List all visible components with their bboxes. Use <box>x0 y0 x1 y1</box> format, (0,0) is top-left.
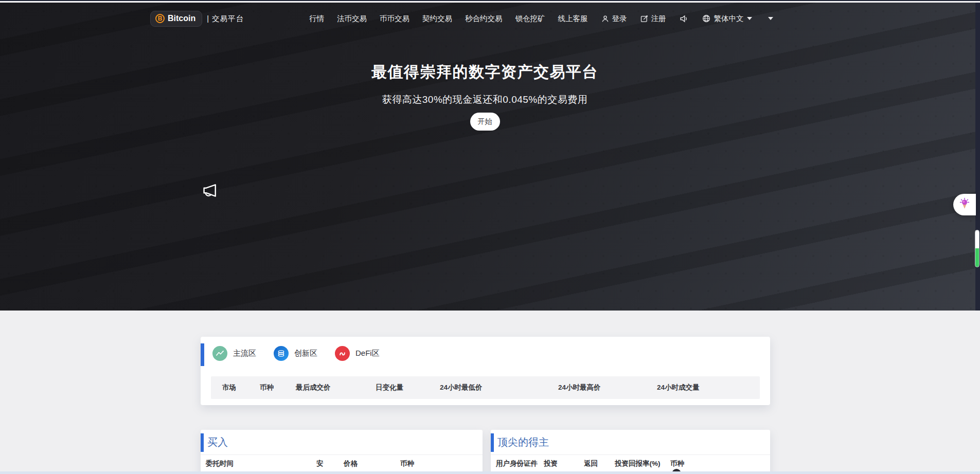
help-floating-tab[interactable] <box>953 194 976 215</box>
coins-icon <box>274 346 289 361</box>
top-navbar: B Bitcoin | 交易平台 行情 法币交易 币币交易 契约交易 秒合约交易… <box>0 3 980 34</box>
tab-mainstream[interactable]: 主流区 <box>212 346 256 361</box>
col-24h-low: 24小时最低价 <box>440 383 558 392</box>
person-icon <box>601 14 610 23</box>
hero-section: B Bitcoin | 交易平台 行情 法币交易 币币交易 契约交易 秒合约交易… <box>0 3 980 311</box>
announcement-sound-button[interactable] <box>679 14 689 24</box>
col-coin: 币种 <box>670 459 770 468</box>
col-24h-volume: 24小时成交量 <box>657 383 760 392</box>
lamp-idea-icon <box>959 197 970 212</box>
col-return: 返回 <box>584 459 615 468</box>
col-amount: 安 <box>316 459 344 468</box>
hero-title: 最值得崇拜的数字资产交易平台 <box>0 63 970 81</box>
brand-name: Bitcoin <box>168 14 195 23</box>
winners-accent-bar <box>491 433 494 452</box>
hero-subtitle: 获得高达30%的现金返还和0.045%的交易费用 <box>0 94 970 105</box>
buy-accent-bar <box>201 433 204 452</box>
line-chart-icon <box>212 346 227 361</box>
horizontal-scrollbar[interactable] <box>0 471 980 474</box>
start-button[interactable]: 开始 <box>470 113 500 131</box>
nav-item-contract[interactable]: 契约交易 <box>422 14 452 24</box>
edit-icon <box>640 14 649 23</box>
tab-label: DeFi区 <box>355 349 380 358</box>
col-price: 价格 <box>344 459 400 468</box>
language-label: 繁体中文 <box>714 14 744 24</box>
market-card: 主流区 创新区 DeFi区 <box>201 337 770 405</box>
tabs-accent-bar <box>201 343 204 366</box>
brand-pill: B Bitcoin <box>150 11 202 27</box>
market-table-header: 市场 币种 最后成交价 日变化量 24小时最低价 24小时最高价 24小时成交量 <box>211 376 760 399</box>
tab-label: 主流区 <box>233 349 256 358</box>
language-selector[interactable]: 繁体中文 <box>702 14 752 24</box>
tab-defi[interactable]: DeFi区 <box>335 346 380 361</box>
brand-logo[interactable]: B Bitcoin | 交易平台 <box>150 3 244 34</box>
winners-table-header: 用户身份证件 投资 返回 投资回报率(%) 币种 <box>491 454 770 472</box>
scrollbar-thumb[interactable] <box>975 230 979 267</box>
col-order-time: 委托时间 <box>206 459 316 468</box>
col-roi: 投资回报率(%) <box>615 459 670 468</box>
page: B Bitcoin | 交易平台 行情 法币交易 币币交易 契约交易 秒合约交易… <box>0 0 980 474</box>
buy-panel-title: 买入 <box>207 435 483 454</box>
nav-item-fiat[interactable]: 法币交易 <box>337 14 367 24</box>
main-nav: 行情 法币交易 币币交易 契约交易 秒合约交易 锁仓挖矿 线上客服 登录 <box>309 3 773 34</box>
col-day-change: 日变化量 <box>376 383 440 392</box>
top-white-strip <box>0 1 980 3</box>
login-link[interactable]: 登录 <box>601 14 627 24</box>
col-invest: 投资 <box>544 459 584 468</box>
col-user-id: 用户身份证件 <box>496 459 544 468</box>
col-last-price: 最后成交价 <box>296 383 376 392</box>
market-tabs: 主流区 创新区 DeFi区 <box>201 337 770 370</box>
nav-item-spot[interactable]: 币币交易 <box>380 14 409 24</box>
tab-innovation[interactable]: 创新区 <box>274 346 317 361</box>
chevron-down-icon <box>747 17 752 20</box>
brand-suffix: | 交易平台 <box>207 14 244 24</box>
bitcoin-icon: B <box>155 14 165 23</box>
winners-panel: 顶尖的得主 用户身份证件 投资 返回 投资回报率(%) 币种 <box>491 430 770 474</box>
winners-panel-title: 顶尖的得主 <box>497 435 770 454</box>
nav-item-staking[interactable]: 锁仓挖矿 <box>515 14 545 24</box>
register-link[interactable]: 注册 <box>640 14 666 24</box>
buy-table-header: 委托时间 安 价格 币种 <box>201 454 483 472</box>
col-24h-high: 24小时最高价 <box>558 383 657 392</box>
hero-content: 最值得崇拜的数字资产交易平台 获得高达30%的现金返还和0.045%的交易费用 … <box>0 63 970 131</box>
col-coin: 币种 <box>260 383 296 392</box>
tab-label: 创新区 <box>294 349 317 358</box>
col-market: 市场 <box>222 383 260 392</box>
buy-panel: 买入 委托时间 安 价格 币种 <box>201 430 483 474</box>
speaker-icon <box>679 14 689 24</box>
col-coin: 币种 <box>400 459 483 468</box>
nav-item-markets[interactable]: 行情 <box>309 14 324 24</box>
defi-swirl-icon <box>335 346 350 361</box>
main-content: 主流区 创新区 DeFi区 <box>0 311 980 474</box>
more-chevron-down-icon[interactable] <box>768 17 773 20</box>
megaphone-icon <box>199 181 218 203</box>
globe-icon <box>702 14 711 23</box>
nav-item-seconds[interactable]: 秒合约交易 <box>465 14 503 24</box>
nav-item-support[interactable]: 线上客服 <box>558 14 588 24</box>
